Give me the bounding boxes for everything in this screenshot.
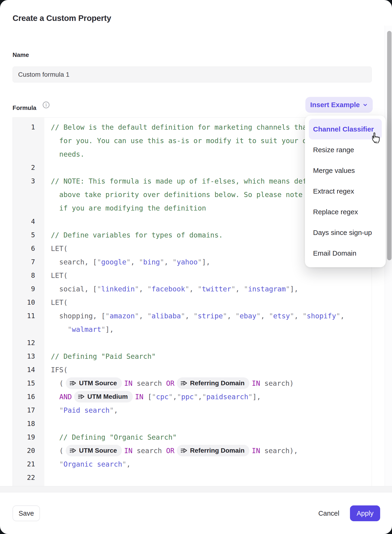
name-input[interactable] [13, 66, 372, 82]
code-line[interactable]: social, ["linkedin", "facebook", "twitte… [44, 285, 299, 293]
code-token: " [135, 285, 139, 293]
code-token: " [126, 258, 131, 266]
code-token: bing [143, 258, 160, 266]
code-token: , [294, 312, 303, 320]
line-number: 6 [13, 245, 44, 252]
code-line[interactable]: LET( [44, 245, 68, 253]
code-line[interactable]: "walmart"], [44, 325, 114, 333]
cancel-button[interactable]: Cancel [315, 506, 343, 521]
property-chip[interactable]: Referring Domain [177, 377, 249, 389]
code-token: // Below is the default definition for m… [51, 123, 323, 131]
code-token: IN [252, 447, 260, 455]
menu-item-merge-values[interactable]: Merge values [305, 160, 386, 181]
code-token: ( [51, 379, 63, 387]
property-chip[interactable]: Referring Domain [177, 445, 249, 456]
code-token: shopping, [ [51, 312, 105, 320]
code-token: ppc [181, 393, 194, 401]
code-token: " [59, 460, 63, 468]
code-token: " [290, 312, 294, 320]
code-token: IN [124, 379, 133, 387]
code-line[interactable]: // Below is the default definition for m… [44, 123, 323, 131]
code-token: cpc [156, 393, 169, 401]
code-token: , [126, 460, 131, 468]
code-token: , [131, 258, 139, 266]
menu-item-resize-range[interactable]: Resize range [305, 139, 386, 160]
code-token: " [97, 258, 101, 266]
line-number: 16 [13, 393, 44, 401]
code-token: alibaba [152, 312, 181, 320]
chevron-down-icon [363, 102, 368, 108]
property-chip[interactable]: UTM Medium [74, 391, 133, 402]
code-line[interactable]: for you. You can use this as-is or modif… [44, 137, 315, 145]
menu-item-email-domain[interactable]: Email Domain [305, 243, 386, 264]
code-row: 14IFS( [13, 363, 372, 376]
code-token [51, 325, 68, 333]
scrollbar-thumb[interactable] [387, 31, 392, 260]
code-token: LET( [51, 271, 68, 279]
formula-label: Formula [13, 104, 37, 112]
line-number: 14 [13, 366, 44, 374]
code-line[interactable]: IFS( [44, 366, 68, 374]
code-token: [ [144, 393, 152, 401]
line-number: 7 [13, 258, 44, 266]
property-chip[interactable]: UTM Source [66, 377, 122, 389]
code-line[interactable]: above take priority over definitions bel… [44, 191, 344, 199]
property-chip[interactable]: UTM Source [66, 445, 122, 456]
line-number: 19 [13, 433, 44, 441]
menu-item-days-since-sign-up[interactable]: Days since sign-up [305, 222, 386, 243]
code-line[interactable]: search, ["google", "bing", "yahoo"], [44, 258, 210, 266]
code-token: , [114, 406, 118, 414]
insert-example-button[interactable]: Insert Example [305, 97, 373, 113]
line-number: 9 [13, 285, 44, 293]
code-token: " [256, 312, 261, 320]
code-line[interactable]: // Defining "Paid Search" [44, 352, 156, 360]
save-button[interactable]: Save [13, 506, 40, 521]
code-token: , [139, 312, 147, 320]
line-number: 4 [13, 217, 44, 225]
code-token: OR [166, 379, 174, 387]
code-line[interactable]: LET( [44, 271, 68, 279]
menu-item-channel-classifier[interactable]: Channel Classifier [309, 119, 382, 139]
code-token: " [336, 312, 340, 320]
code-token: " [248, 393, 252, 401]
code-token: " [223, 312, 227, 320]
code-token: ], [290, 285, 299, 293]
code-line[interactable]: "Organic search", [44, 460, 131, 468]
code-token: , [198, 393, 202, 401]
code-token: above take priority over definitions bel… [51, 191, 344, 199]
code-line[interactable]: // Defining "Organic Search" [44, 433, 177, 441]
code-line[interactable]: (UTM SourceIN search ORReferring DomainI… [44, 445, 298, 456]
code-line[interactable]: (UTM SourceIN search ORReferring DomainI… [44, 377, 294, 389]
code-token: " [202, 393, 206, 401]
code-line[interactable]: // NOTE: This formula is made up of if-e… [44, 177, 340, 185]
code-line[interactable]: if you are modifying the definition [44, 204, 206, 212]
menu-item-replace-regex[interactable]: Replace regex [305, 202, 386, 222]
code-token: if you are modifying the definition [51, 204, 206, 212]
property-chip-label: Referring Domain [190, 447, 245, 454]
code-token: IN [135, 393, 144, 401]
code-line[interactable]: // Define variables for types of domains… [44, 231, 223, 239]
insert-example-label: Insert Example [310, 101, 360, 109]
code-token: , [227, 312, 235, 320]
code-token: // Defining "Organic Search" [51, 433, 177, 441]
code-row: 19 // Defining "Organic Search" [13, 430, 372, 444]
apply-button[interactable]: Apply [350, 506, 380, 521]
property-icon [70, 447, 76, 454]
code-row: 15 (UTM SourceIN search ORReferring Doma… [13, 376, 372, 390]
code-line[interactable]: shopping, ["amazon", "alibaba", "stripe"… [44, 312, 344, 320]
code-token: linkedin [101, 285, 135, 293]
code-line[interactable]: needs. [44, 150, 84, 158]
code-token: " [194, 393, 198, 401]
code-line[interactable]: ANDUTM MediumIN ["cpc","ppc","paidsearch… [44, 391, 261, 402]
page-title: Create a Custom Property [13, 14, 111, 23]
menu-item-extract-regex[interactable]: Extract regex [305, 181, 386, 202]
code-line[interactable]: LET( [44, 298, 68, 307]
code-token: " [269, 312, 273, 320]
insert-example-menu: Channel ClassifierResize rangeMerge valu… [305, 115, 386, 267]
code-token: , [139, 285, 147, 293]
code-token: // Define variables for types of domains… [51, 231, 223, 239]
code-line[interactable]: "Paid search", [44, 406, 118, 414]
property-icon [70, 380, 76, 387]
code-row: "walmart"], [13, 322, 372, 336]
code-token: " [303, 312, 307, 320]
